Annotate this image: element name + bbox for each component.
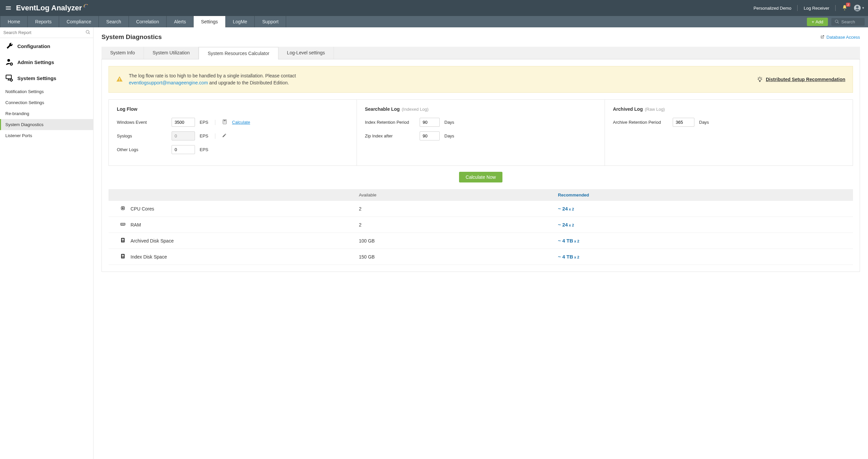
available-value: 150 GB [354, 249, 553, 265]
resource-name: CPU Cores [130, 206, 154, 211]
notifications-button[interactable]: 2 [842, 5, 848, 12]
log-receiver-link[interactable]: Log Receiver [804, 6, 829, 11]
table-row: RAM2~ 24 x 2 [108, 217, 853, 233]
database-access-link[interactable]: Database Access [820, 35, 860, 40]
zip-index-input[interactable] [420, 131, 440, 140]
disk-icon [120, 237, 126, 244]
days-unit: Days [699, 120, 709, 125]
hamburger-menu-button[interactable] [3, 3, 13, 13]
sidebar-search-input[interactable] [0, 27, 93, 38]
sub-tab-system-resources-calculator[interactable]: System Resources Calculator [199, 47, 278, 59]
sidebar-section-admin-settings[interactable]: Admin Settings [0, 54, 93, 70]
svg-point-15 [224, 123, 225, 123]
calculate-link[interactable]: Calculate [232, 120, 250, 125]
nav-tab-compliance[interactable]: Compliance [59, 16, 99, 27]
calculator-inputs: Log Flow Windows Event EPS Calculate Sys… [108, 99, 853, 166]
sidebar-item-connection-settings[interactable]: Connection Settings [0, 97, 93, 108]
svg-point-26 [123, 256, 123, 256]
nav-tab-support[interactable]: Support [255, 16, 286, 27]
sidebar-item-listener-ports[interactable]: Listener Ports [0, 130, 93, 141]
cpu-icon [120, 205, 126, 212]
distributed-setup-link[interactable]: Distributed Setup Recommendation [766, 77, 845, 82]
available-header: Available [354, 189, 553, 201]
svg-point-13 [225, 122, 226, 122]
nav-tab-alerts[interactable]: Alerts [166, 16, 194, 27]
sub-tab-system-info[interactable]: System Info [101, 47, 144, 59]
caret-down-icon: ▼ [862, 6, 865, 10]
days-unit: Days [444, 133, 454, 138]
archived-log-title: Archived Log [613, 106, 643, 112]
svg-rect-4 [6, 75, 11, 79]
svg-rect-6 [119, 78, 120, 80]
sub-tab-log-level-settings[interactable]: Log-Level settings [278, 47, 334, 59]
edit-syslogs-button[interactable] [222, 133, 227, 139]
warning-banner: The log flow rate is too high to be hand… [108, 66, 853, 93]
sidebar-section-system-settings[interactable]: System Settings [0, 70, 93, 86]
sidebar-item-system-diagnostics[interactable]: System Diagnostics [0, 119, 93, 130]
warning-text-post: and upgrade to the Distributed Edition. [209, 80, 289, 86]
syslogs-input [172, 131, 195, 140]
sidebar: Configuration Admin Settings System Sett… [0, 27, 93, 459]
personalized-demo-link[interactable]: Personalized Demo [753, 6, 791, 11]
pencil-icon [222, 133, 227, 138]
add-button[interactable]: + Add [807, 18, 828, 26]
svg-rect-7 [119, 80, 120, 81]
resource-name: Archived Disk Space [130, 238, 174, 243]
searchable-log-title: Searchable Log [365, 106, 400, 112]
archive-retention-input[interactable] [673, 118, 694, 127]
zip-index-label: Zip Index after [365, 133, 415, 138]
archived-log-subtitle: (Raw Log) [645, 107, 665, 112]
app-logo: EventLog Analyzer [16, 4, 89, 12]
search-icon [835, 19, 839, 24]
nav-tab-reports[interactable]: Reports [28, 16, 59, 27]
search-icon [86, 30, 90, 36]
index-retention-input[interactable] [420, 118, 440, 127]
main-nav: HomeReportsComplianceSearchCorrelationAl… [0, 16, 868, 27]
windows-event-input[interactable] [172, 118, 195, 127]
resource-name: RAM [130, 222, 141, 228]
support-email-link[interactable]: eventlogsupport@manageengine.com [129, 80, 208, 86]
recommended-header: Recommended [553, 189, 853, 201]
sidebar-item-notification-settings[interactable]: Notification Settings [0, 86, 93, 97]
admin-icon [5, 58, 13, 66]
nav-tab-logme[interactable]: LogMe [226, 16, 255, 27]
other-logs-input[interactable] [172, 145, 195, 154]
global-search-input[interactable]: Search [831, 18, 865, 26]
recommended-value: ~ 4 TB x 2 [558, 254, 579, 260]
wrench-icon [5, 42, 13, 50]
sidebar-item-re-branding[interactable]: Re-branding [0, 108, 93, 119]
sidebar-section-configuration[interactable]: Configuration [0, 38, 93, 54]
index-retention-label: Index Retention Period [365, 120, 415, 125]
nav-tab-settings[interactable]: Settings [194, 16, 226, 27]
svg-rect-23 [122, 241, 124, 242]
nav-tab-search[interactable]: Search [99, 16, 128, 27]
recommended-value: ~ 24 x 2 [558, 206, 574, 211]
svg-point-8 [758, 78, 761, 80]
svg-point-1 [856, 6, 858, 8]
lightbulb-icon [756, 76, 763, 83]
recommended-value: ~ 4 TB x 2 [558, 238, 579, 243]
ram-icon [120, 221, 126, 228]
plus-icon: + [812, 19, 814, 24]
calculator-icon [222, 119, 227, 125]
svg-point-14 [224, 123, 224, 123]
user-icon [854, 4, 861, 12]
recommended-value: ~ 24 x 2 [558, 222, 574, 228]
searchable-log-subtitle: (Indexed Log) [402, 107, 428, 112]
table-row: Archived Disk Space100 GB~ 4 TB x 2 [108, 233, 853, 249]
available-value: 100 GB [354, 233, 553, 249]
eps-unit: EPS [199, 120, 208, 125]
sub-tab-system-utilization[interactable]: System Utilization [144, 47, 199, 59]
svg-rect-27 [122, 258, 124, 258]
nav-tab-home[interactable]: Home [0, 16, 28, 27]
syslogs-label: Syslogs [117, 133, 167, 138]
page-title: System Diagnostics [101, 33, 162, 41]
other-logs-label: Other Logs [117, 147, 167, 152]
external-link-icon [820, 35, 825, 39]
nav-tab-correlation[interactable]: Correlation [129, 16, 166, 27]
windows-event-label: Windows Event [117, 120, 167, 125]
user-menu-button[interactable]: ▼ [854, 4, 865, 12]
svg-point-12 [224, 122, 225, 122]
disk-icon [120, 253, 126, 260]
calculate-now-button[interactable]: Calculate Now [459, 172, 502, 183]
